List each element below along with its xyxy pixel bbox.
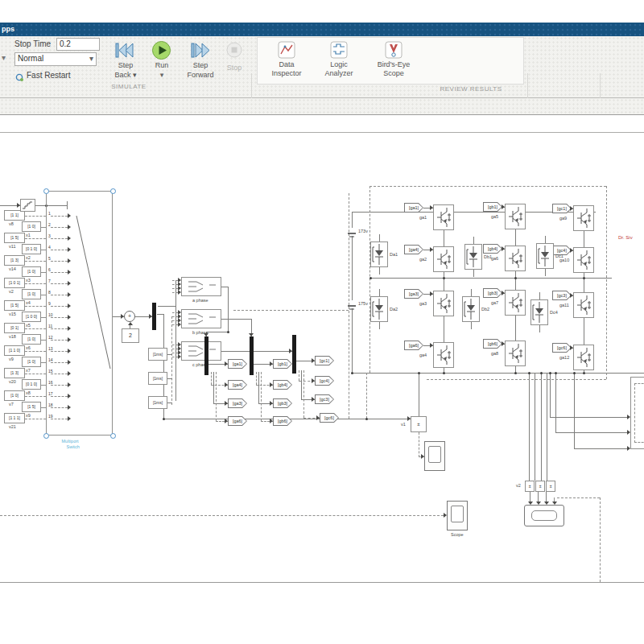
goto-tag[interactable]: [gb4]	[273, 380, 292, 390]
constant-block[interactable]: [1 5]	[4, 300, 25, 311]
constant-block[interactable]: [0 1 0]	[22, 244, 41, 254]
constant-block[interactable]: [1 0]	[22, 266, 41, 277]
selection-handle[interactable]	[43, 433, 49, 439]
constant-block[interactable]: [1 0]	[22, 357, 41, 367]
port-number: 3	[48, 233, 51, 238]
constant-block[interactable]: [1 0 1]	[4, 278, 25, 288]
selection-handle[interactable]	[110, 433, 116, 439]
goto-tag[interactable]: [ga3]	[228, 398, 247, 408]
phase-subsystem[interactable]	[181, 277, 221, 296]
constant-block[interactable]: [0 1 0]	[22, 379, 41, 390]
diode-Da2[interactable]	[370, 296, 388, 322]
delay-block[interactable]: [1ms]	[148, 372, 167, 385]
goto-tag[interactable]: [gc6]	[320, 413, 339, 423]
constant-label: v21	[9, 424, 16, 429]
constant-block[interactable]: [1 5]	[22, 402, 41, 412]
constant-block[interactable]: [1 1 0]	[4, 345, 25, 356]
igbt-ga12[interactable]	[573, 345, 594, 370]
signal-builder-block[interactable]	[20, 199, 35, 212]
from-tag[interactable]: [gb4]	[483, 244, 502, 254]
diode-Dc4[interactable]	[530, 299, 548, 325]
voltage-measurement-v2[interactable]: ±	[525, 481, 535, 492]
wire	[51, 419, 68, 419]
junction-dot	[549, 372, 551, 374]
igbt-ga1[interactable]	[433, 204, 454, 230]
voltage-measurement-v2[interactable]: ±	[535, 481, 545, 492]
delay-block[interactable]: [1ms]	[148, 348, 167, 361]
dc-source[interactable]	[347, 228, 357, 242]
demux-bar[interactable]	[292, 335, 296, 374]
delay-block[interactable]: [1ms]	[148, 396, 167, 409]
constant-block[interactable]: [1 0 0]	[22, 312, 41, 322]
constant-block[interactable]: [1 0]	[4, 390, 25, 401]
igbt-ga10[interactable]	[573, 247, 594, 273]
wire-arrowhead	[68, 371, 71, 376]
gain-block[interactable]: 2	[122, 328, 139, 343]
wire-arrowhead	[225, 382, 228, 387]
from-tag[interactable]: [gc3]	[552, 291, 572, 300]
phase-subsystem[interactable]	[181, 309, 221, 328]
sum-block[interactable]: +	[124, 311, 135, 322]
port-number: 10	[48, 312, 53, 317]
from-tag[interactable]: [gc6]	[552, 343, 572, 353]
from-tag[interactable]: [ga4]	[404, 245, 423, 254]
wire-arrowhead	[68, 394, 71, 398]
model-canvas[interactable]: MultiportSwitch[1 1]v81[1 0]x12[1 5]v113…	[0, 0, 644, 644]
goto-tag[interactable]: [gc3]	[315, 394, 334, 404]
constant-block[interactable]: [1 3]	[4, 255, 25, 266]
constant-block[interactable]: [1 0]	[22, 221, 41, 232]
goto-tag[interactable]: [gb6]	[273, 416, 292, 426]
diode-Da1[interactable]	[370, 242, 388, 267]
wire-arrowhead	[68, 292, 71, 297]
constant-block[interactable]: [1 1 1]	[4, 413, 25, 423]
selection-handle[interactable]	[110, 188, 116, 194]
constant-label: v20	[9, 379, 16, 384]
igbt-ga8[interactable]	[505, 341, 526, 366]
demux-bar[interactable]	[204, 336, 208, 375]
diode-label: Dc4	[550, 310, 558, 315]
diode-Dc1[interactable]	[536, 243, 554, 269]
goto-tag[interactable]: [gb3]	[273, 398, 292, 408]
voltage-measurement-v2[interactable]: ±	[546, 481, 555, 492]
igbt-ga5[interactable]	[505, 204, 526, 229]
phase-subsystem[interactable]	[181, 341, 221, 361]
demux-bar[interactable]	[250, 336, 254, 375]
constant-block[interactable]: [1 0]	[22, 334, 41, 345]
igbt-ga2[interactable]	[433, 246, 454, 272]
junction-dot	[443, 372, 445, 374]
scope-block[interactable]	[447, 501, 468, 530]
mux-bar[interactable]	[152, 303, 156, 330]
igbt-ga9[interactable]	[573, 205, 594, 231]
constant-block[interactable]: [0 1]	[4, 323, 25, 333]
diode-Db2[interactable]	[462, 296, 480, 322]
goto-tag[interactable]: [ga4]	[228, 380, 247, 390]
voltage-measurement-v1[interactable]: ±	[411, 416, 427, 432]
from-tag[interactable]: [gb6]	[483, 339, 502, 349]
wire-arrowhead	[68, 258, 71, 263]
goto-tag[interactable]: [gc1]	[315, 356, 334, 365]
wire	[51, 216, 68, 217]
dc-source[interactable]	[347, 300, 357, 315]
wire-arrowhead	[178, 322, 181, 327]
goto-tag[interactable]: [ga1]	[228, 359, 247, 369]
igbt-ga11[interactable]	[573, 292, 594, 318]
constant-block[interactable]: [1 5]	[4, 233, 25, 243]
goto-tag[interactable]: [ga6]	[228, 416, 247, 426]
from-tag[interactable]: [ga3]	[404, 289, 423, 299]
goto-tag[interactable]: [gb1]	[273, 359, 292, 369]
wire	[379, 322, 380, 329]
powergui-display-block[interactable]	[524, 505, 564, 526]
selection-handle[interactable]	[43, 188, 49, 194]
diode-Db1[interactable]	[464, 244, 482, 270]
from-tag[interactable]: [gb1]	[483, 202, 502, 212]
from-tag[interactable]: [ga6]	[404, 341, 423, 350]
goto-tag[interactable]: [gc4]	[315, 376, 334, 386]
igbt-ga3[interactable]	[433, 291, 454, 316]
igbt-ga7[interactable]	[505, 290, 526, 316]
from-tag[interactable]: [gb3]	[483, 288, 502, 298]
constant-block[interactable]: [1 0]	[22, 289, 41, 299]
constant-block[interactable]: [1 3]	[4, 368, 25, 378]
scope-block[interactable]	[424, 441, 445, 471]
igbt-ga6[interactable]	[505, 246, 526, 271]
igbt-ga4[interactable]	[433, 342, 454, 368]
